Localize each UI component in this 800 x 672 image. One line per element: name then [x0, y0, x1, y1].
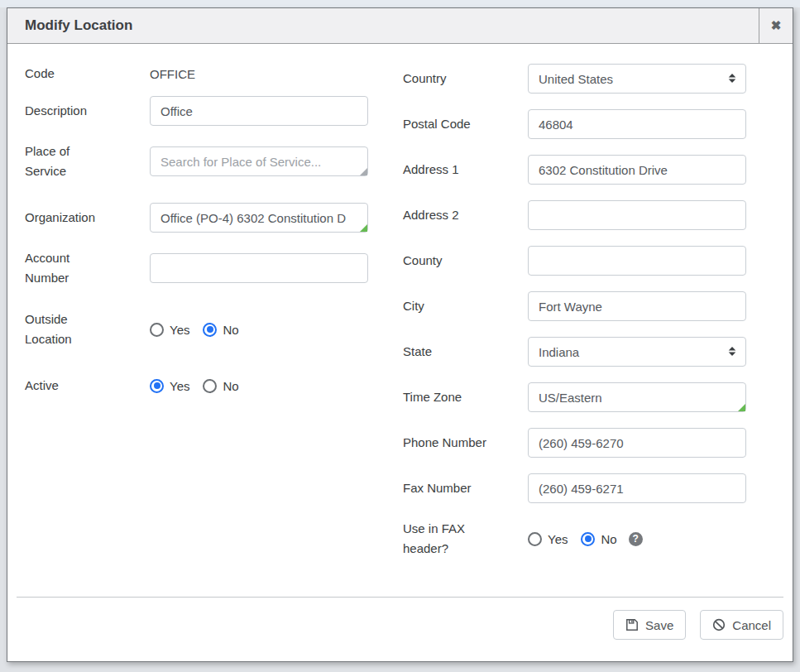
- description-row: Description: [25, 96, 368, 126]
- code-value: OFFICE: [150, 67, 368, 81]
- state-select[interactable]: Indiana: [528, 337, 746, 367]
- outside-location-radio-group: Yes No: [150, 314, 368, 344]
- active-label: Active: [25, 376, 150, 396]
- address1-row: Address 1: [403, 155, 746, 185]
- use-in-fax-header-yes-label[interactable]: Yes: [548, 532, 568, 546]
- country-label: Country: [403, 69, 528, 89]
- state-select-value: Indiana: [539, 345, 579, 359]
- country-select[interactable]: United States: [528, 64, 746, 94]
- phone-number-label: Phone Number: [403, 433, 528, 453]
- use-in-fax-header-no-label[interactable]: No: [601, 532, 616, 546]
- resize-handle-icon: [360, 224, 367, 232]
- ban-icon: [712, 618, 726, 631]
- county-label: County: [403, 251, 528, 271]
- time-zone-row: Time Zone: [403, 382, 746, 412]
- state-label: State: [403, 342, 528, 362]
- active-row: Active Yes No: [25, 371, 368, 401]
- dialog-body: Code OFFICE Description Place of Service…: [7, 44, 793, 597]
- postal-code-label: Postal Code: [403, 114, 528, 134]
- address2-input[interactable]: [528, 200, 746, 230]
- phone-number-row: Phone Number: [403, 428, 746, 458]
- cancel-button-label: Cancel: [732, 618, 771, 632]
- address1-label: Address 1: [403, 160, 528, 180]
- country-select-value: United States: [539, 72, 613, 86]
- county-row: County: [403, 246, 746, 276]
- city-input[interactable]: [528, 291, 746, 321]
- active-yes-radio[interactable]: [150, 379, 164, 393]
- active-radio-group: Yes No: [150, 371, 368, 401]
- use-in-fax-header-row: Use in FAX header? Yes No ?: [403, 519, 746, 559]
- county-input[interactable]: [528, 246, 746, 276]
- use-in-fax-header-yes-radio[interactable]: [528, 532, 542, 546]
- form-left-column: Code OFFICE Description Place of Service…: [25, 64, 368, 559]
- active-yes-label[interactable]: Yes: [170, 379, 189, 393]
- time-zone-input[interactable]: [528, 382, 746, 412]
- city-label: City: [403, 296, 528, 316]
- address1-input[interactable]: [528, 155, 746, 185]
- time-zone-label: Time Zone: [403, 387, 528, 407]
- active-no-label[interactable]: No: [223, 379, 238, 393]
- code-label: Code: [25, 64, 150, 84]
- close-icon: ✖: [771, 18, 782, 33]
- dialog-title: Modify Location: [7, 8, 759, 43]
- use-in-fax-header-label: Use in FAX header?: [403, 519, 528, 559]
- outside-location-no-label[interactable]: No: [223, 323, 238, 337]
- outside-location-no-radio[interactable]: [203, 323, 217, 337]
- description-label: Description: [25, 101, 150, 121]
- cancel-button[interactable]: Cancel: [700, 610, 783, 640]
- organization-input[interactable]: [150, 203, 368, 233]
- place-of-service-row: Place of Service: [25, 142, 368, 181]
- select-arrows-icon: [728, 72, 736, 86]
- address2-row: Address 2: [403, 200, 746, 230]
- phone-number-input[interactable]: [528, 428, 746, 458]
- description-input[interactable]: [150, 96, 368, 126]
- modify-location-dialog: Modify Location ✖ Code OFFICE Descriptio…: [7, 7, 793, 662]
- fax-number-label: Fax Number: [403, 478, 528, 498]
- organization-row: Organization: [25, 203, 368, 233]
- save-button-label: Save: [645, 618, 673, 632]
- form-right-column: Country United States Postal Code Addres…: [403, 64, 746, 559]
- outside-location-row: Outside Location Yes No: [25, 310, 368, 349]
- help-icon[interactable]: ?: [629, 532, 643, 546]
- fax-number-input[interactable]: [528, 473, 746, 503]
- code-row: Code OFFICE: [25, 64, 368, 84]
- select-arrows-icon: [728, 345, 736, 359]
- account-number-input[interactable]: [150, 253, 368, 283]
- organization-label: Organization: [25, 208, 150, 228]
- account-number-row: Account Number: [25, 248, 368, 288]
- account-number-label: Account Number: [25, 248, 150, 288]
- state-row: State Indiana: [403, 337, 746, 367]
- postal-code-row: Postal Code: [403, 109, 746, 139]
- save-icon: [625, 618, 639, 631]
- fax-number-row: Fax Number: [403, 473, 746, 503]
- city-row: City: [403, 291, 746, 321]
- use-in-fax-header-radio-group: Yes No ?: [528, 524, 746, 554]
- place-of-service-input[interactable]: [150, 146, 368, 176]
- dialog-footer: Save Cancel: [17, 597, 783, 661]
- outside-location-label: Outside Location: [25, 310, 150, 349]
- save-button[interactable]: Save: [613, 610, 686, 640]
- close-button[interactable]: ✖: [759, 8, 793, 43]
- country-row: Country United States: [403, 64, 746, 94]
- postal-code-input[interactable]: [528, 109, 746, 139]
- resize-handle-icon: [738, 404, 745, 411]
- outside-location-yes-radio[interactable]: [150, 323, 164, 337]
- use-in-fax-header-no-radio[interactable]: [581, 532, 595, 546]
- place-of-service-label: Place of Service: [25, 142, 150, 181]
- page-backdrop: [0, 0, 800, 7]
- dialog-header: Modify Location ✖: [7, 8, 793, 44]
- address2-label: Address 2: [403, 205, 528, 225]
- active-no-radio[interactable]: [203, 379, 217, 393]
- outside-location-yes-label[interactable]: Yes: [170, 323, 189, 337]
- resize-handle-icon: [360, 168, 367, 175]
